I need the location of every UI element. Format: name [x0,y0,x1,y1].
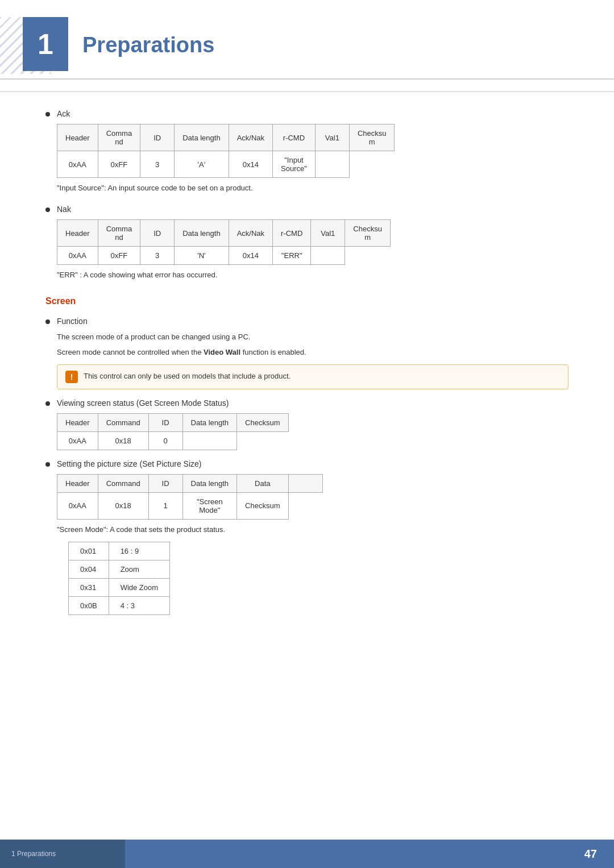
nak-label: Nak [57,205,71,214]
footer-page-number: 47 [584,848,597,861]
st-row-header: 0xAA [57,492,98,519]
st-col-header: Header [57,474,98,492]
footer-left-section: 1 Preparations [0,840,125,868]
screen-para2: Screen mode cannot be controlled when th… [57,347,569,359]
mode-code-2: 0x04 [69,560,109,578]
nak-row-rcmd: 0x14 [229,247,272,265]
nak-bullet: Nak [45,205,569,214]
table-row: 0x04 Zoom [69,560,170,578]
screen-section-heading: Screen [45,296,569,306]
ack-bullet: Ack [45,109,569,118]
ack-col-rcmd: r-CMD [273,124,316,151]
ack-row-datalen: 3 [140,151,175,178]
info-text: This control can only be used on models … [84,371,291,382]
nak-col-id: ID [140,220,175,247]
nak-note: "ERR" : A code showing what error has oc… [57,271,569,279]
screen-para1: The screen mode of a product can be chan… [57,331,569,343]
nak-col-command: Command [98,220,140,247]
mode-code-3: 0x31 [69,578,109,596]
function-bullet-dot [45,319,50,324]
vt-col-datalen: Data length [182,413,237,431]
nak-col-rcmd: r-CMD [273,220,311,247]
mode-code-1: 0x01 [69,542,109,560]
page-title: Preparations [82,33,214,57]
vt-row-command: 0x18 [98,431,148,450]
ack-col-acknak: Ack/Nak [229,124,272,151]
ack-label: Ack [57,109,70,118]
st-row-datalen: 1 [148,492,182,519]
mode-value-1: 16 : 9 [109,542,169,560]
ack-col-command: Command [98,124,140,151]
screen-mode-note: "Screen Mode": A code that sets the prod… [57,525,569,534]
vt-col-id: ID [148,413,182,431]
function-bullet: Function [45,317,569,326]
vt-col-header: Header [57,413,98,431]
ack-row-val1: "InputSource" [273,151,316,178]
ack-col-checksum: Checksum [349,124,395,151]
ack-row-header: 0xAA [57,151,98,178]
nak-bullet-dot [45,207,50,212]
ack-table: Header Command ID Data length Ack/Nak r-… [57,124,395,178]
viewing-table-container: Header Command ID Data length Checksum 0… [57,413,569,450]
chapter-number-box: 1 [23,17,68,71]
st-row-checksum: Checksum [237,492,288,519]
table-row: 0x0B 4 : 3 [69,596,170,614]
table-row: 0x31 Wide Zoom [69,578,170,596]
ack-col-id: ID [140,124,175,151]
ack-col-datalen: Data length [175,124,229,151]
function-label: Function [57,317,88,326]
nak-table: Header Command ID Data length Ack/Nak r-… [57,219,391,265]
nak-col-datalen: Data length [175,220,229,247]
mode-value-2: Zoom [109,560,169,578]
ack-row-command: 0xFF [98,151,140,178]
bullet-dot [45,112,50,117]
mode-value-3: Wide Zoom [109,578,169,596]
nak-row-checksum [311,247,345,265]
exclamation-icon: ! [65,371,78,383]
viewing-label: Viewing screen status (Get Screen Mode S… [57,398,229,408]
screen-para2-pre: Screen mode cannot be controlled when th… [57,348,204,356]
vt-col-checksum: Checksum [237,413,288,431]
screen-modes-table: 0x01 16 : 9 0x04 Zoom 0x31 Wide Zoom 0x0… [68,542,170,615]
ack-table-container: Header Command ID Data length Ack/Nak r-… [57,124,569,178]
nak-row-acknak: 'N' [175,247,229,265]
st-col-checksum [288,474,322,492]
st-col-id: ID [148,474,182,492]
st-col-data: Data [237,474,288,492]
st-col-command: Command [98,474,148,492]
info-box: ! This control can only be used on model… [57,364,569,389]
ack-row-acknak: 'A' [175,151,229,178]
video-wall-link: Video Wall [204,348,240,356]
page-header: 1 Preparations [0,0,614,92]
ack-note: "Input Source": An input source code to … [57,184,569,192]
nak-row-datalen: 3 [140,247,175,265]
setting-table-container: Header Command ID Data length Data 0xAA … [57,474,569,520]
screen-modes-container: 0x01 16 : 9 0x04 Zoom 0x31 Wide Zoom 0x0… [57,542,569,615]
table-row: 0x01 16 : 9 [69,542,170,560]
page-footer: 1 Preparations 47 [0,840,614,868]
footer-section-label: 1 Preparations [11,850,56,858]
vt-row-header: 0xAA [57,431,98,450]
st-col-datalen: Data length [182,474,237,492]
ack-col-val1: Val1 [315,124,349,151]
viewing-bullet-dot [45,401,50,406]
viewing-table: Header Command ID Data length Checksum 0… [57,413,289,450]
mode-code-4: 0x0B [69,596,109,614]
nak-col-acknak: Ack/Nak [229,220,272,247]
nak-table-container: Header Command ID Data length Ack/Nak r-… [57,219,569,265]
nak-row-val1: "ERR" [273,247,311,265]
setting-bullet-dot [45,462,50,467]
setting-label: Setting the picture size (Set Picture Si… [57,459,201,468]
vt-col-command: Command [98,413,148,431]
nak-row-command: 0xFF [98,247,140,265]
screen-para2-post: function is enabled. [240,348,306,356]
nak-row-header: 0xAA [57,247,98,265]
ack-col-header: Header [57,124,98,151]
mode-value-4: 4 : 3 [109,596,169,614]
setting-table: Header Command ID Data length Data 0xAA … [57,474,323,520]
ack-row-checksum [315,151,349,178]
st-row-data: "ScreenMode" [182,492,237,519]
setting-bullet: Setting the picture size (Set Picture Si… [45,459,569,468]
nak-col-checksum: Checksum [345,220,391,247]
viewing-bullet: Viewing screen status (Get Screen Mode S… [45,398,569,408]
